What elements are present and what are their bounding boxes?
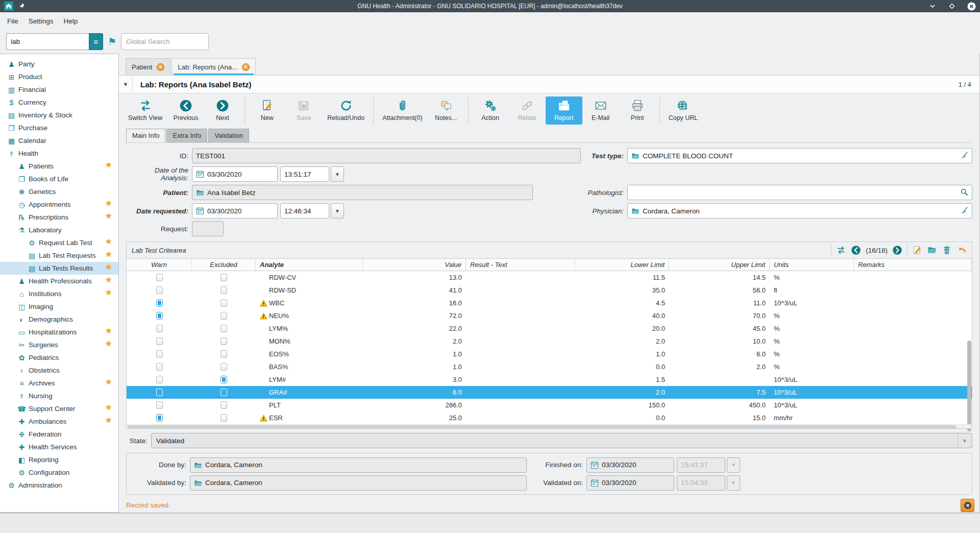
tab-extra-info[interactable]: Extra Info: [166, 129, 207, 142]
favorite-star-icon[interactable]: ★: [105, 326, 112, 335]
previous-row-icon[interactable]: [851, 245, 861, 255]
save-button[interactable]: Save: [285, 96, 322, 125]
sidebar-item-nursing[interactable]: ⚕Nursing: [0, 390, 118, 402]
sidebar-item-lab-test-requests[interactable]: ▤Lab Test Requests★: [0, 249, 118, 262]
open-folder-icon[interactable]: [927, 245, 937, 255]
warn-checkbox[interactable]: [156, 286, 163, 294]
request-field[interactable]: [192, 221, 224, 236]
col-warn[interactable]: Warn: [127, 259, 192, 271]
copy-url-button[interactable]: Copy URL: [664, 96, 703, 125]
favorite-star-icon[interactable]: ★: [105, 288, 112, 297]
sidebar-item-health-professionals[interactable]: ♟Health Professionals★: [0, 275, 118, 287]
physician-field[interactable]: Cordara, Cameron: [627, 203, 972, 219]
delete-trash-icon[interactable]: [942, 245, 952, 255]
warn-checkbox[interactable]: [156, 312, 163, 320]
table-row[interactable]: GRA#6.02.07.510^3/uL: [127, 386, 972, 399]
menu-file[interactable]: File: [2, 14, 23, 28]
datetime-dropdown-button[interactable]: ▼: [331, 203, 344, 219]
horizontal-scrollbar[interactable]: [127, 424, 972, 428]
sidebar-item-prescriptions[interactable]: ℞Prescriptions★: [0, 211, 118, 224]
sidebar-item-institutions[interactable]: ⌂Institutions★: [0, 287, 118, 300]
excluded-checkbox[interactable]: [220, 325, 227, 332]
sidebar-item-purchase[interactable]: ❐Purchase: [0, 122, 118, 134]
next-row-icon[interactable]: [892, 245, 902, 255]
col-analyte[interactable]: Analyte: [256, 259, 363, 271]
warn-checkbox[interactable]: [156, 337, 163, 345]
undo-icon[interactable]: [957, 245, 967, 255]
excluded-checkbox[interactable]: [220, 337, 227, 345]
warn-checkbox[interactable]: [156, 363, 163, 371]
validated-date-field[interactable]: 03/30/2020: [586, 475, 674, 491]
sidebar-item-ambulances[interactable]: ✚Ambulances★: [0, 415, 118, 428]
table-row[interactable]: BAS%1.00.02.0%: [127, 360, 972, 373]
table-row[interactable]: WBC16.04.511.010^3/uL: [127, 297, 972, 309]
sidebar-item-request-lab-test[interactable]: ⚙Request Lab Test★: [0, 236, 118, 249]
sidebar-item-health-services[interactable]: ✚Health Services: [0, 441, 118, 453]
id-field[interactable]: TEST001: [192, 148, 581, 163]
sidebar-item-books-of-life[interactable]: ❒Books of Life: [0, 173, 118, 185]
excluded-checkbox[interactable]: [220, 414, 227, 422]
sidebar-item-archives[interactable]: ≡Archives★: [0, 377, 118, 390]
done-by-field[interactable]: Cordara, Cameron: [190, 457, 527, 473]
tab-validation[interactable]: Validation: [208, 129, 249, 142]
email-button[interactable]: E-Mail: [582, 96, 619, 125]
sidebar-item-administration[interactable]: ⚙Administration: [0, 479, 118, 492]
table-row[interactable]: ESR25.00.015.0mm/hr: [127, 411, 972, 424]
favorite-star-icon[interactable]: ★: [105, 250, 112, 259]
clear-broom-icon[interactable]: [960, 206, 968, 216]
sidebar-item-demographics[interactable]: ◐Demographics: [0, 313, 118, 326]
col-units[interactable]: Units: [770, 259, 854, 271]
vertical-scrollbar[interactable]: [967, 341, 971, 431]
bookmark-icon[interactable]: ⚑: [108, 36, 116, 47]
global-search-input[interactable]: [121, 33, 209, 50]
sidebar-item-genetics[interactable]: ❋Genetics: [0, 185, 118, 198]
favorite-star-icon[interactable]: ★: [105, 377, 112, 386]
table-row[interactable]: MON%2.02.010.0%: [127, 335, 972, 348]
analysis-time-field[interactable]: 13:51:17: [280, 166, 329, 182]
table-row[interactable]: RDW-CV13.011.514.5%: [127, 271, 972, 284]
switch-view-icon[interactable]: [836, 245, 846, 255]
requested-time-field[interactable]: 12:46:34: [280, 203, 329, 219]
datetime-dropdown-button[interactable]: ▼: [331, 166, 344, 182]
favorite-star-icon[interactable]: ★: [105, 416, 112, 425]
expander-icon[interactable]: ▼: [119, 76, 133, 92]
sidebar-item-product[interactable]: ⊞Product: [0, 70, 118, 83]
sidebar-item-pediatrics[interactable]: ✿Pediatrics: [0, 351, 118, 364]
excluded-checkbox[interactable]: [220, 350, 227, 358]
sidebar-item-currency[interactable]: $Currency: [0, 96, 118, 109]
table-row[interactable]: LYM#3.01.510^3/uL: [127, 373, 972, 386]
favorite-star-icon[interactable]: ★: [105, 211, 112, 221]
tab-main-info[interactable]: Main Info: [126, 129, 165, 142]
sidebar-item-reporting[interactable]: ◧Reporting: [0, 453, 118, 466]
excluded-checkbox[interactable]: [220, 363, 227, 371]
dismiss-status-button[interactable]: [961, 499, 974, 512]
tab-lab-reports[interactable]: Lab: Reports (Ana... ✕: [172, 58, 255, 75]
print-button[interactable]: Print: [619, 96, 656, 125]
requested-date-field[interactable]: 03/30/2020: [192, 203, 278, 219]
favorite-star-icon[interactable]: ★: [105, 160, 112, 169]
sidebar-item-hospitalizations[interactable]: ▭Hospitalizations★: [0, 326, 118, 338]
warn-checkbox[interactable]: [156, 350, 163, 358]
col-lower-limit[interactable]: Lower Limit: [575, 259, 669, 271]
report-button[interactable]: Report: [546, 96, 582, 125]
menu-help[interactable]: Help: [59, 14, 83, 28]
warn-checkbox[interactable]: [156, 414, 163, 422]
sidebar-item-support-center[interactable]: ☎Support Center★: [0, 402, 118, 415]
excluded-checkbox[interactable]: [220, 274, 227, 281]
test-type-field[interactable]: COMPLETE BLOOD COUNT: [627, 148, 972, 163]
pathologist-field[interactable]: [627, 185, 972, 200]
edit-row-icon[interactable]: [912, 245, 922, 255]
col-remarks[interactable]: Remarks: [854, 259, 972, 271]
action-button[interactable]: Action: [472, 96, 509, 125]
excluded-checkbox[interactable]: [220, 312, 227, 320]
warn-checkbox[interactable]: [156, 376, 163, 383]
table-row[interactable]: NEU%72.040.070.0%: [127, 309, 972, 322]
notes-button[interactable]: Notes...: [428, 96, 464, 125]
excluded-checkbox[interactable]: [220, 299, 227, 307]
switch-view-button[interactable]: Switch View: [123, 96, 167, 125]
previous-button[interactable]: Previous: [167, 96, 204, 125]
maximize-icon[interactable]: [948, 2, 956, 10]
col-upper-limit[interactable]: Upper Limit: [669, 259, 770, 271]
favorite-star-icon[interactable]: ★: [105, 262, 112, 272]
filter-menu-button[interactable]: ≡: [89, 33, 103, 50]
